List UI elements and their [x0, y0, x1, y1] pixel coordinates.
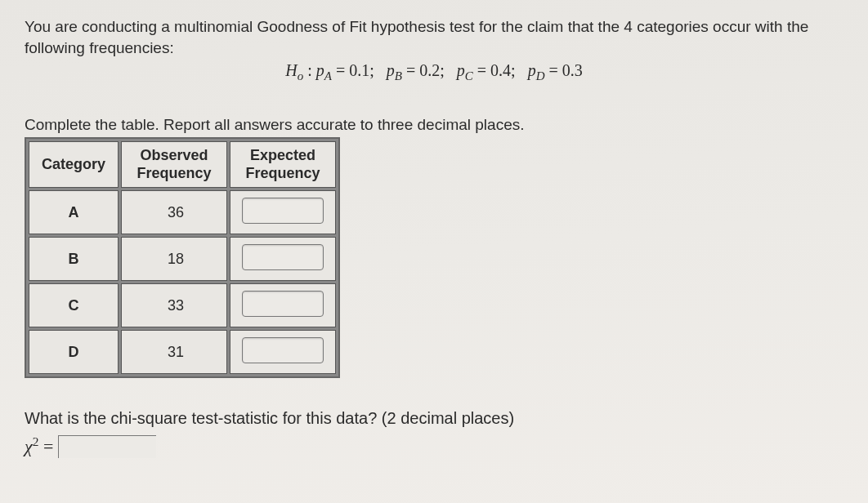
table-row: B 18: [29, 237, 336, 281]
cell-observed-c: 33: [121, 283, 227, 327]
pB-sub: B: [395, 69, 402, 82]
equals-sign: =: [43, 437, 53, 457]
pC-sub: C: [465, 69, 473, 82]
table-row: D 31: [29, 330, 336, 374]
expected-input-a[interactable]: [242, 198, 324, 224]
cell-category-d: D: [29, 330, 119, 374]
pB-sym: p: [387, 61, 395, 79]
expected-input-d[interactable]: [242, 337, 324, 363]
pD-val: 0.3: [562, 61, 583, 79]
expected-input-b[interactable]: [242, 244, 324, 270]
chi-symbol: χ: [25, 437, 33, 457]
chi-square-question: What is the chi-square test-statistic fo…: [25, 409, 843, 428]
cell-expected-d: [230, 330, 336, 374]
intro-text: You are conducting a multinomial Goodnes…: [25, 16, 843, 58]
cell-category-c: C: [29, 283, 119, 327]
cell-observed-d: 31: [121, 330, 227, 374]
header-expected: ExpectedFrequency: [230, 141, 336, 188]
pB-val: 0.2: [419, 61, 440, 79]
cell-expected-b: [230, 237, 336, 281]
cell-category-a: A: [29, 190, 119, 234]
table-instruction: Complete the table. Report all answers a…: [25, 116, 843, 134]
cell-observed-a: 36: [121, 190, 227, 234]
pD-sym: p: [528, 61, 536, 79]
header-observed: ObservedFrequency: [121, 141, 227, 188]
chi-sup: 2: [33, 434, 39, 448]
table-row: A 36: [29, 190, 336, 234]
cell-category-b: B: [29, 237, 119, 281]
cell-expected-a: [230, 190, 336, 234]
frequency-table: Category ObservedFrequency ExpectedFrequ…: [25, 137, 340, 378]
h-symbol: H: [285, 61, 297, 79]
header-category: Category: [29, 141, 119, 188]
cell-observed-b: 18: [121, 237, 227, 281]
cell-expected-c: [230, 283, 336, 327]
pA-sub: A: [324, 69, 332, 82]
pC-val: 0.4: [490, 61, 511, 79]
pC-sym: p: [457, 61, 465, 79]
hypothesis-line: Ho : pA = 0.1; pB = 0.2; pC = 0.4; pD = …: [25, 61, 843, 83]
table-row: C 33: [29, 283, 336, 327]
h-sub: o: [298, 69, 304, 82]
chi-square-equation: χ2 =: [25, 434, 843, 457]
pA-val: 0.1: [349, 61, 369, 79]
expected-input-c[interactable]: [242, 291, 324, 317]
chi-square-input[interactable]: [58, 435, 156, 458]
pD-sub: D: [536, 69, 545, 82]
pA-sym: p: [316, 61, 324, 79]
